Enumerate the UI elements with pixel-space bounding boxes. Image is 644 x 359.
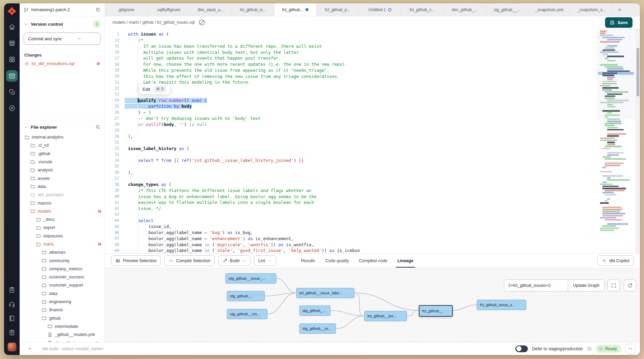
- code-line-49[interactable]: 49 boolor_agg(label_name in ('stale', 'g…: [105, 248, 595, 253]
- tree-item-dim_github__users.sql[interactable]: dim_github__users.sql: [20, 339, 105, 342]
- sidebar-item-kiosk[interactable]: [4, 325, 20, 340]
- preview-selection-button[interactable]: Preview Selection: [111, 255, 161, 266]
- edit-tooltip[interactable]: Edit ⌘ B: [139, 84, 170, 94]
- code-line-33[interactable]: 33: [105, 151, 595, 157]
- scrollbar-thumb[interactable]: [637, 48, 639, 96]
- code-line-39[interactable]: 39 /* This CTE flattens the different is…: [105, 188, 595, 194]
- lineage-node-n5[interactable]: stg_github_...: [299, 305, 330, 316]
- editor-tab-dim_slack_u...[interactable]: dim_slack_u...: [190, 3, 232, 16]
- sidebar-item-headset[interactable]: [4, 297, 20, 311]
- tree-item-github[interactable]: github: [20, 314, 105, 322]
- editor-tab-.gitignore[interactable]: .gitignore: [105, 3, 147, 16]
- tree-item-analysis[interactable]: analysis: [20, 166, 105, 174]
- sidebar-item-compare[interactable]: [4, 84, 20, 100]
- code-line-13[interactable]: 13 /*: [105, 37, 595, 43]
- lineage-node-n2[interactable]: stg_github_...: [227, 291, 265, 301]
- lineage-node-n6[interactable]: stg_github__re...: [299, 323, 336, 334]
- defer-toggle[interactable]: [515, 345, 528, 352]
- tree-item-community[interactable]: community: [20, 256, 105, 265]
- editor-tab-fct_github_p...[interactable]: fct_github_p...: [317, 3, 359, 16]
- tree-item-data[interactable]: data: [20, 290, 105, 298]
- code-line-27[interactable]: 27 -- don't try deduping issues with no …: [105, 115, 595, 122]
- open-docs-icon[interactable]: [198, 19, 206, 26]
- file-explorer-header[interactable]: File explorer: [20, 120, 105, 132]
- help-icon[interactable]: [587, 346, 592, 351]
- more-options-button[interactable]: [625, 344, 635, 354]
- build-button[interactable]: Build: [218, 255, 251, 266]
- code-line-22[interactable]: 22: [105, 85, 595, 91]
- tree-item-_docs[interactable]: _docs: [20, 215, 105, 224]
- code-line-32[interactable]: 32issue_label_history as (: [105, 145, 595, 151]
- panel-tab-compiled-code[interactable]: Compiled code: [354, 254, 392, 268]
- code-line-19[interactable]: 19 While this prevents the old issue fro…: [105, 67, 595, 73]
- panel-tab-code-quality[interactable]: Code quality: [320, 254, 354, 268]
- editor-tab-dim_github_...[interactable]: dim_github_...: [444, 3, 486, 16]
- editor-tab-fct_github_c...[interactable]: fct_github_c...: [401, 3, 444, 16]
- code-line-31[interactable]: 31: [105, 140, 595, 146]
- code-line-23[interactable]: 23: [105, 91, 595, 98]
- lineage-node-n9[interactable]: fct_github_issue_s...: [477, 300, 526, 310]
- copy-branch-icon[interactable]: [95, 7, 101, 12]
- tree-item-finance[interactable]: finance: [20, 306, 105, 314]
- tree-item-customer_success[interactable]: customer_success: [20, 273, 105, 281]
- tree-item-.ci_cd[interactable]: .ci_cd: [20, 141, 105, 149]
- code-line-41[interactable]: 41 easiest way to flatten multiple label…: [105, 199, 595, 206]
- sidebar-item-book[interactable]: [4, 311, 20, 325]
- sidebar-item-grid[interactable]: [4, 51, 20, 68]
- code-line-44[interactable]: 44 select: [105, 217, 595, 224]
- sidebar-item-code-window[interactable]: [4, 68, 20, 84]
- editor-tab-_snapshots.yml[interactable]: _snapshots.yml: [528, 3, 571, 16]
- code-line-15[interactable]: 15 If an issue has been transferred to a…: [105, 43, 595, 49]
- tree-item-marts[interactable]: martsM: [20, 240, 105, 248]
- changed-file-row[interactable]: fct_dbt_invocations.sql M: [20, 60, 105, 67]
- code-line-29[interactable]: 29: [105, 127, 595, 133]
- tree-item-macros[interactable]: macros: [20, 199, 105, 207]
- tree-item-data[interactable]: data: [20, 183, 105, 191]
- tree-item-company_metrics[interactable]: company_metrics: [20, 265, 105, 273]
- new-tab-button[interactable]: [613, 3, 626, 16]
- code-line-38[interactable]: 38change_types as (: [105, 182, 595, 188]
- code-line-46[interactable]: 46 boolor_agg(label_name = 'bug') as is_…: [105, 230, 595, 236]
- tree-item-alliances[interactable]: alliances: [20, 248, 105, 256]
- editor-tab-_snapshots_s...[interactable]: _snapshots_s...: [571, 3, 613, 16]
- expand-command-bar-icon[interactable]: [27, 346, 32, 351]
- code-line-1[interactable]: 1with issues as (: [105, 31, 595, 37]
- search-icon[interactable]: [95, 124, 101, 130]
- editor-tab-fct_github_is...[interactable]: fct_github_is...: [232, 3, 274, 16]
- editor-tab-Untitled-1[interactable]: Untitled-1: [359, 3, 401, 16]
- lineage-node-n7[interactable]: int_github__iss...: [364, 311, 407, 321]
- sidebar-item-clipboard[interactable]: [4, 283, 20, 297]
- fullscreen-button[interactable]: [607, 279, 620, 292]
- panel-tab-lineage[interactable]: Lineage: [392, 254, 418, 268]
- tree-item-models[interactable]: modelsM: [20, 207, 105, 215]
- code-line-48[interactable]: 48 boolor_agg(label_name in ('duplicate'…: [105, 241, 595, 248]
- code-line-40[interactable]: 40 issue has a bug or enhancement label.…: [105, 193, 595, 199]
- editor-tab-.sqlfluffignore[interactable]: .sqlfluffignore: [147, 3, 190, 16]
- dbt-logo-icon[interactable]: [4, 3, 20, 19]
- code-line-30[interactable]: 30),: [105, 133, 595, 140]
- sidebar-item-home[interactable]: [4, 19, 20, 35]
- status-badge[interactable]: Ready: [596, 345, 621, 353]
- tree-item-exposures[interactable]: exposures: [20, 232, 105, 240]
- tree-item-.vscode[interactable]: .vscode: [20, 158, 105, 166]
- lineage-node-n8[interactable]: fct_github_...: [419, 305, 453, 317]
- code-line-36[interactable]: 36),: [105, 169, 595, 175]
- editor-tab-fct_github...[interactable]: fct_github...: [274, 3, 317, 16]
- lineage-node-n1[interactable]: stg_github__issue_...: [226, 273, 276, 283]
- tree-item-dbt_packages[interactable]: dbt_packages: [20, 191, 105, 199]
- user-avatar[interactable]: [7, 342, 17, 352]
- tree-item-customer_support[interactable]: customer_support: [20, 281, 105, 289]
- code-line-25[interactable]: 25 partition by body: [105, 103, 595, 109]
- code-line-45[interactable]: 45 issue_id,: [105, 224, 595, 230]
- version-control-header[interactable]: Version control 1: [20, 16, 105, 30]
- code-line-42[interactable]: 42 issue. */: [105, 206, 595, 212]
- code-line-18[interactable]: 18 For now, choose the one with more rec…: [105, 61, 595, 67]
- code-line-21[interactable]: 21 Let's revisit this modeling in the fu…: [105, 79, 595, 85]
- code-editor[interactable]: 1with issues as (13 /*15 If an issue has…: [105, 28, 640, 253]
- lineage-filter-input[interactable]: [504, 280, 568, 291]
- minimap[interactable]: [597, 28, 635, 253]
- dbt-copilot-button[interactable]: dbt Copilot: [597, 255, 634, 266]
- code-line-16[interactable]: 16 multiple issues with identical body t…: [105, 49, 595, 55]
- command-input[interactable]: dbt build --select <model_name>: [42, 346, 511, 351]
- tree-item-engineering[interactable]: engineering: [20, 298, 105, 306]
